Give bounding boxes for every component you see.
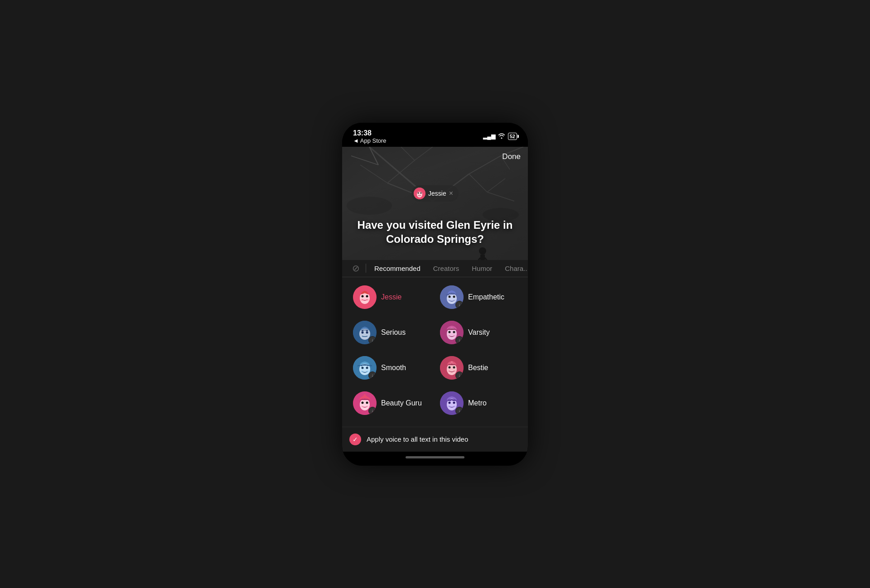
svg-point-62 — [360, 399, 370, 410]
download-badge-empathetic: ↓ — [455, 301, 464, 309]
svg-point-44 — [449, 331, 451, 333]
svg-point-23 — [417, 191, 422, 198]
svg-point-28 — [362, 295, 364, 297]
status-icons: ▂▄▆ 52 — [483, 133, 517, 140]
download-badge-beauty-guru: ↓ — [368, 407, 377, 415]
svg-point-73 — [453, 405, 456, 407]
svg-point-72 — [448, 405, 450, 407]
svg-point-36 — [448, 299, 450, 301]
jessie-tag-name: Jessie — [428, 190, 446, 197]
svg-point-51 — [366, 366, 368, 369]
svg-point-18 — [479, 247, 486, 255]
voice-name-empathetic: Empathetic — [468, 293, 504, 301]
apply-check-icon: ✓ — [349, 434, 361, 445]
voice-avatar-jessie — [353, 285, 377, 309]
download-badge-smooth: ↓ — [368, 371, 377, 380]
svg-point-64 — [366, 401, 368, 404]
jessie-tag-close[interactable]: × — [449, 189, 453, 198]
svg-point-52 — [361, 371, 363, 372]
svg-point-67 — [364, 394, 366, 396]
svg-point-47 — [453, 335, 456, 337]
svg-point-66 — [366, 405, 369, 407]
voice-name-smooth: Smooth — [381, 364, 406, 372]
svg-point-30 — [361, 299, 363, 301]
tab-humor[interactable]: Humor — [465, 260, 498, 277]
voice-avatar-empathetic: ↓ — [440, 285, 464, 309]
voice-item-bestie[interactable]: ↓ Bestie — [436, 352, 521, 384]
tab-bar: ⊘ Recommended Creators Humor Chara... — [342, 260, 528, 277]
voice-avatar-smooth: ↓ — [353, 356, 377, 380]
hero-title: Have you visited Glen Eyrie in Colorado … — [342, 218, 528, 246]
voice-name-varsity: Varsity — [468, 328, 490, 337]
svg-point-53 — [366, 371, 369, 372]
battery-icon: 52 — [508, 133, 517, 140]
voice-avatar-bestie: ↓ — [440, 356, 464, 380]
svg-point-25 — [420, 192, 421, 193]
tab-creators[interactable]: Creators — [427, 260, 466, 277]
svg-point-57 — [453, 366, 455, 368]
svg-point-40 — [362, 331, 364, 333]
home-bar — [406, 456, 464, 458]
signal-icon: ▂▄▆ — [483, 133, 495, 140]
svg-point-65 — [361, 405, 363, 407]
tab-chara[interactable]: Chara... — [498, 260, 528, 277]
svg-point-29 — [366, 295, 368, 297]
svg-point-70 — [449, 401, 451, 404]
home-indicator — [342, 452, 528, 466]
no-icon: ⊘ — [348, 260, 364, 276]
voice-item-smooth[interactable]: ↓ Smooth — [349, 352, 434, 384]
svg-point-45 — [453, 331, 455, 333]
svg-point-63 — [362, 401, 364, 404]
svg-point-46 — [448, 335, 450, 337]
svg-point-35 — [453, 295, 455, 298]
download-badge-bestie: ↓ — [455, 371, 464, 380]
download-badge-metro: ↓ — [455, 407, 464, 415]
tab-recommended[interactable]: Recommended — [368, 260, 427, 277]
voice-name-beauty-guru: Beauty Guru — [381, 399, 422, 407]
voice-item-empathetic[interactable]: ↓ Empathetic — [436, 281, 521, 313]
voice-name-jessie: Jessie — [381, 293, 401, 301]
voice-name-metro: Metro — [468, 399, 487, 407]
status-time: 13:38 — [353, 129, 387, 137]
voice-item-serious[interactable]: ↓ Serious — [349, 316, 434, 349]
hero-section: Done Jessie × Have you visited Glen Eyri… — [342, 147, 528, 260]
done-button[interactable]: Done — [502, 152, 521, 161]
svg-point-31 — [366, 299, 369, 301]
voice-item-jessie[interactable]: Jessie — [349, 281, 434, 313]
apply-voice-row[interactable]: ✓ Apply voice to all text in this video — [342, 427, 528, 452]
svg-point-58 — [448, 370, 450, 372]
svg-point-34 — [449, 295, 451, 298]
voice-avatar-varsity: ↓ — [440, 321, 464, 344]
phone-frame: 13:38 ◄ App Store ▂▄▆ 52 — [342, 123, 528, 466]
voice-item-metro[interactable]: ↓ Metro — [436, 387, 521, 419]
svg-point-71 — [453, 401, 455, 404]
download-badge-varsity: ↓ — [455, 336, 464, 344]
download-badge-serious: ↓ — [368, 336, 377, 344]
svg-point-24 — [417, 192, 419, 193]
svg-rect-19 — [480, 255, 485, 260]
jessie-tag[interactable]: Jessie × — [411, 185, 459, 202]
voice-avatar-serious: ↓ — [353, 321, 377, 344]
svg-point-41 — [366, 331, 368, 333]
voice-item-varsity[interactable]: ↓ Varsity — [436, 316, 521, 349]
tab-divider — [366, 264, 366, 273]
voice-grid: Jessie — [349, 281, 521, 419]
voice-item-beauty-guru[interactable]: ↓ Beauty Guru — [349, 387, 434, 419]
svg-point-16 — [347, 197, 392, 215]
voice-name-bestie: Bestie — [468, 364, 488, 372]
svg-point-50 — [362, 366, 364, 369]
svg-point-37 — [453, 299, 456, 301]
apply-voice-label: Apply voice to all text in this video — [367, 435, 468, 443]
voice-avatar-beauty-guru: ↓ — [353, 391, 377, 415]
wifi-icon — [498, 133, 505, 140]
voice-list: Jessie — [342, 277, 528, 427]
status-bar: 13:38 ◄ App Store ▂▄▆ 52 — [342, 123, 528, 147]
jessie-tag-avatar — [414, 188, 425, 199]
voice-avatar-metro: ↓ — [440, 391, 464, 415]
svg-point-56 — [449, 366, 451, 368]
svg-point-59 — [453, 370, 456, 372]
voice-name-serious: Serious — [381, 328, 406, 337]
back-button[interactable]: ◄ App Store — [353, 137, 387, 144]
